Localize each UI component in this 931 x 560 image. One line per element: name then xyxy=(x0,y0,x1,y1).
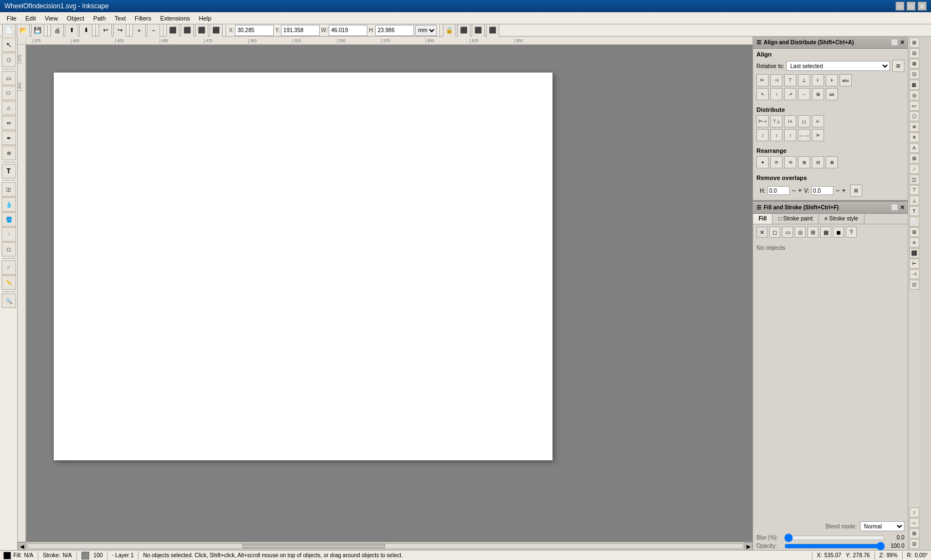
fill-linear-btn[interactable]: ▭ xyxy=(782,227,793,238)
ellipse-tool[interactable]: ⬭ xyxy=(2,86,16,100)
blend-mode-select[interactable]: Normal Multiply Screen Overlay xyxy=(860,521,904,531)
menu-object[interactable]: Object xyxy=(62,14,89,23)
align-anchor-btn[interactable]: ⊞ xyxy=(892,60,904,72)
scroll-right-btn[interactable]: ▶ xyxy=(744,542,753,551)
align-mc-btn[interactable]: ⊞ xyxy=(812,88,824,100)
print-button[interactable]: 🖨 xyxy=(50,24,64,37)
align-right-button[interactable]: ⬛ xyxy=(195,24,208,37)
maximize-button[interactable]: □ xyxy=(907,2,915,11)
snap-6[interactable]: ◎ xyxy=(909,90,919,100)
snap-21[interactable]: ⬛ xyxy=(909,248,919,258)
fill-swatch-btn[interactable]: ◼ xyxy=(833,227,844,238)
rearrange-2-btn[interactable]: ⟳ xyxy=(770,156,782,168)
rectangle-tool[interactable]: ▭ xyxy=(2,71,16,85)
snap-23[interactable]: ⊣ xyxy=(909,269,919,279)
menu-path[interactable]: Path xyxy=(89,14,110,23)
fill-flat-btn[interactable]: ◻ xyxy=(769,227,780,238)
snap-16[interactable]: ⊥ xyxy=(909,196,919,205)
units-select[interactable]: mmpxpt xyxy=(415,25,437,36)
snap-8[interactable]: ⬡ xyxy=(909,111,919,121)
flip-h-button[interactable]: ⬛ xyxy=(472,24,485,37)
dist-extra-btn[interactable]: ⊩ xyxy=(812,115,824,127)
eraser-tool[interactable]: ◻ xyxy=(2,242,16,256)
rearrange-6-btn[interactable]: ⊠ xyxy=(826,156,838,168)
fill-radial-btn[interactable]: ◎ xyxy=(795,227,806,238)
snap-22[interactable]: ⊢ xyxy=(909,259,919,269)
star-tool[interactable]: ☆ xyxy=(2,101,16,115)
close-button[interactable]: ✕ xyxy=(918,2,927,11)
spray-tool[interactable]: ⁖ xyxy=(2,227,16,242)
gradient-tool[interactable]: ◫ xyxy=(2,182,16,197)
dist-bottom-btn[interactable]: ↕ xyxy=(784,129,796,141)
lock-ratio-button[interactable]: 🔒 xyxy=(443,24,456,37)
open-button[interactable]: 📂 xyxy=(17,24,30,37)
fill-unknown-btn[interactable]: ? xyxy=(846,227,857,238)
snap-9[interactable]: ≋ xyxy=(909,122,919,132)
h-overlap-input[interactable] xyxy=(768,186,790,195)
zoom-tool[interactable]: 🔍 xyxy=(2,294,16,308)
snap-17[interactable]: T xyxy=(909,206,919,216)
menu-filters[interactable]: Filters xyxy=(130,14,156,23)
paint-bucket-tool[interactable]: 🪣 xyxy=(2,212,16,227)
snap-15[interactable]: ⊤ xyxy=(909,185,919,195)
pencil-tool[interactable]: ✏ xyxy=(2,116,16,130)
calligraphy-tool[interactable]: ≋ xyxy=(2,146,16,160)
dist-top-btn[interactable]: ↕ xyxy=(756,129,769,141)
rearrange-4-btn[interactable]: ⊞ xyxy=(798,156,810,168)
snap-bottom-1[interactable]: ↕ xyxy=(909,507,919,517)
align-top-edge-btn[interactable]: ⊥ xyxy=(798,74,810,86)
panel-float-icon[interactable]: ⬜ xyxy=(891,39,898,45)
align-center-button[interactable]: ⬛ xyxy=(181,24,194,37)
dist-right-btn[interactable]: ⊦⊧ xyxy=(784,115,796,127)
dropper-tool[interactable]: 💧 xyxy=(2,197,16,212)
align-center-v-btn[interactable]: ⊦ xyxy=(812,74,824,86)
align-extra-btn[interactable]: abc xyxy=(840,74,852,86)
scroll-left-btn[interactable]: ◀ xyxy=(18,542,26,551)
export-button[interactable]: ⬇ xyxy=(79,24,93,37)
snap-4[interactable]: ⊡ xyxy=(909,69,919,79)
dist-gap-v-btn[interactable]: — — xyxy=(798,129,810,141)
align-ml-btn[interactable]: ← xyxy=(798,88,810,100)
tab-stroke-paint[interactable]: □ Stroke paint xyxy=(773,214,819,224)
snap-bottom-2[interactable]: ↔ xyxy=(909,518,919,528)
dist-center-h-btn[interactable]: ⊤⊥ xyxy=(770,115,782,127)
menu-view[interactable]: View xyxy=(40,14,63,23)
h-scrollbar-track[interactable] xyxy=(27,543,743,549)
align-left-edge-btn[interactable]: ⊢ xyxy=(756,74,769,86)
snap-10[interactable]: ✕ xyxy=(909,132,919,142)
snap-18[interactable]: ⬜ xyxy=(909,217,919,227)
align-left-button[interactable]: ⬛ xyxy=(166,24,180,37)
remove-overlaps-btn[interactable]: ⊞ xyxy=(850,184,862,197)
menu-extensions[interactable]: Extensions xyxy=(156,14,195,23)
align-bottom-edge-btn[interactable]: ⊧ xyxy=(826,74,838,86)
x-input[interactable] xyxy=(235,25,274,36)
panel-close-icon[interactable]: ✕ xyxy=(900,39,904,45)
tab-fill[interactable]: Fill xyxy=(753,214,773,224)
zoom-out-button[interactable]: − xyxy=(147,24,160,37)
menu-file[interactable]: File xyxy=(2,14,21,23)
minimize-button[interactable]: − xyxy=(896,2,904,11)
dist-left-btn[interactable]: ⊢⊣ xyxy=(756,115,769,127)
layer-label[interactable]: · Layer 1 xyxy=(112,552,134,558)
undo-button[interactable]: ↩ xyxy=(99,24,112,37)
snap-7[interactable]: ▭ xyxy=(909,101,919,111)
snap-20[interactable]: ≡ xyxy=(909,238,919,248)
align-center-h-btn[interactable]: ⊣ xyxy=(770,74,782,86)
fill-stroke-float-icon[interactable]: ⬜ xyxy=(891,204,898,210)
snap-19[interactable]: ⊞ xyxy=(909,227,919,237)
snap-bottom-3[interactable]: ⊞ xyxy=(909,528,919,538)
y-input[interactable] xyxy=(281,25,320,36)
fill-none-btn[interactable]: ✕ xyxy=(756,227,768,238)
menu-edit[interactable]: Edit xyxy=(21,14,40,23)
snap-11[interactable]: A xyxy=(909,143,919,153)
h-scrollbar[interactable]: ◀ ▶ xyxy=(18,542,753,550)
fill-stroke-close-icon[interactable]: ✕ xyxy=(900,204,904,210)
new-button[interactable]: 📄 xyxy=(2,24,16,37)
h-overlap-plus[interactable]: + xyxy=(798,187,802,194)
canvas-container[interactable] xyxy=(26,45,753,542)
pen-tool[interactable]: ✒ xyxy=(2,131,16,145)
v-overlap-plus[interactable]: + xyxy=(842,187,846,194)
align-tl-btn[interactable]: ↖ xyxy=(756,88,769,100)
zoom-in-button[interactable]: + xyxy=(132,24,146,37)
rearrange-3-btn[interactable]: ⟲ xyxy=(784,156,796,168)
